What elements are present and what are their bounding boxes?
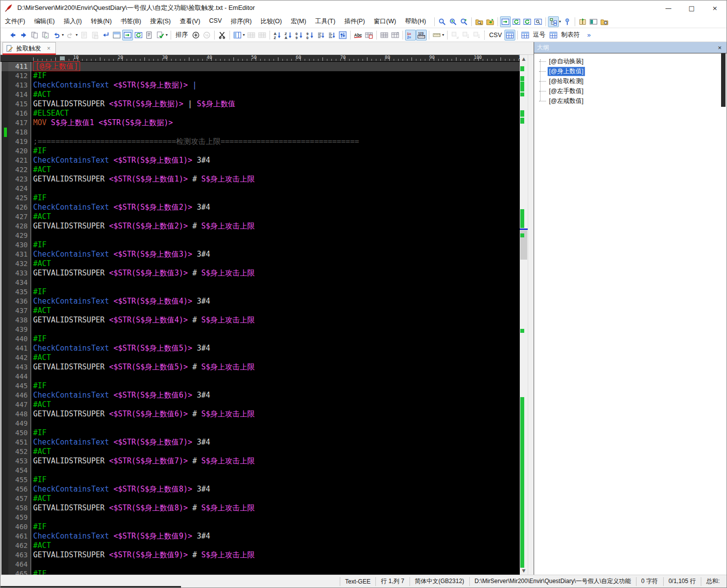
compare-icon[interactable] [29,30,40,41]
code-line-430[interactable]: 430#IF [0,240,520,250]
pin-icon[interactable] [562,16,573,27]
columns-icon[interactable] [232,30,243,41]
columns-icon-dropdown[interactable]: ▾ [243,33,245,37]
code-line-438[interactable]: 438GETVALIDSTRSUPER <$STR(S$身上数值4)> # S$… [0,316,520,325]
status-sum[interactable]: 总和: [701,577,727,586]
outline-toggle-icon[interactable] [548,16,559,27]
code-line-452[interactable]: 452#ACT [0,447,520,456]
line-number[interactable]: 453 [8,456,31,466]
comma-csv-icon[interactable] [520,30,531,41]
line-number[interactable]: 430 [8,240,31,250]
line-number[interactable]: 454 [8,466,31,475]
code-line-451[interactable]: 451CheckContainsText <$STR(S$身上数值7)> 3#4 [0,438,520,447]
newline-icon[interactable] [431,30,442,41]
menu-编辑(E)[interactable]: 编辑(E) [30,15,59,28]
menu-查看(V)[interactable]: 查看(V) [175,15,205,28]
line-number[interactable]: 419 [8,137,31,146]
undo-icon-dropdown[interactable]: ▾ [62,33,64,37]
code-line-459[interactable]: 459 [0,513,520,522]
code-line-432[interactable]: 432#ACT [0,259,520,269]
line-number[interactable]: 444 [8,372,31,381]
scroll-up-icon[interactable]: ▲ [520,55,528,63]
line-number[interactable]: 445 [8,381,31,391]
line-number[interactable]: 449 [8,419,31,428]
line-number[interactable]: 464 [8,560,31,569]
code-line-427[interactable]: 427#ACT [0,212,520,222]
loop-search-icon[interactable] [511,16,522,27]
find-in-files-icon[interactable] [448,16,458,27]
scissors-icon[interactable] [217,30,227,41]
line-number[interactable]: 459 [8,513,31,522]
validate-icon-dropdown[interactable]: ▾ [166,33,168,37]
code-line-450[interactable]: 450#IF [0,428,520,438]
menu-窗口(W)[interactable]: 窗口(W) [369,15,401,28]
tab-close-icon[interactable]: × [46,45,51,52]
search-folder-icon[interactable] [474,16,485,27]
overflow-chevron[interactable]: » [587,31,591,39]
close-button[interactable]: × [703,0,727,15]
forward-icon[interactable] [18,30,29,41]
code-line-447[interactable]: 447#ACT [0,400,520,409]
line-number[interactable]: 465 [8,569,31,575]
menu-排序(R)[interactable]: 排序(R) [227,15,256,28]
outline-item-[@左戒数值][interactable]: [@左戒数值] [534,96,727,106]
line-number[interactable]: 416 [8,109,31,118]
code-line-460[interactable]: 460#IF [0,522,520,532]
line-number[interactable]: 434 [8,278,31,287]
code-line-426[interactable]: 426CheckContainsText <$STR(S$身上数值2)> 3#4 [0,203,520,212]
code-line-419[interactable]: 419;===============================检测攻击上… [0,137,520,146]
panel-icon[interactable] [588,16,599,27]
spell-check-icon[interactable]: Abc [353,30,364,41]
code-line-457[interactable]: 457#ACT [0,494,520,503]
tab-label[interactable]: 制表符 [561,31,580,39]
insert-return-icon[interactable] [100,30,111,41]
line-number[interactable]: 428 [8,222,31,231]
menu-转换(N)[interactable]: 转换(N) [86,15,116,28]
paste-special-icon[interactable] [79,30,90,41]
code-line-414[interactable]: 414#ACT [0,90,520,99]
line-number[interactable]: 447 [8,400,31,409]
line-number[interactable]: 452 [8,447,31,456]
table-icon[interactable] [379,30,390,41]
code-line-456[interactable]: 456CheckContainsText <$STR(S$身上数值8)> 3#4 [0,485,520,494]
search-folder-arrow-icon[interactable] [485,16,496,27]
line-number[interactable]: 435 [8,287,31,297]
code-line-440[interactable]: 440#IF [0,334,520,344]
line-number[interactable]: 446 [8,391,31,400]
line-number[interactable]: 415 [8,99,31,109]
add-sort-icon[interactable] [190,30,201,41]
code-line-422[interactable]: 422#ACT [0,165,520,175]
line-number[interactable]: 458 [8,503,31,513]
split-window-icon[interactable] [111,30,122,41]
line-number[interactable]: 439 [8,325,31,334]
code-line-448[interactable]: 448GETVALIDSTRSUPER <$STR(S$身上数值6)> # S$… [0,409,520,419]
line-number[interactable]: 462 [8,541,31,550]
minimize-button[interactable]: — [657,0,680,15]
status-encoding[interactable]: 简体中文(GB2312) [409,577,469,586]
code-line-433[interactable]: 433GETVALIDSTRSUPER <$STR(S$身上数值3)> # S$… [0,269,520,278]
split-columns-icon[interactable] [246,30,257,41]
outline-item-[@自动换装][interactable]: [@自动换装] [534,56,727,66]
replace-in-files-icon[interactable] [458,16,469,27]
line-number[interactable]: 441 [8,344,31,353]
outline-close-icon[interactable]: × [716,44,724,51]
line-number[interactable]: 438 [8,316,31,325]
validate-icon[interactable] [155,30,166,41]
code-line-465[interactable]: 465#IF [0,569,520,575]
outline-toggle-icon-dropdown[interactable]: ▾ [559,19,561,24]
find-icon[interactable] [437,16,448,27]
sort-asc-icon[interactable] [316,30,326,41]
line-numbers-icon[interactable]: 1=2= [405,30,416,41]
code-line-453[interactable]: 453GETVALIDSTRSUPER <$STR(S$身上数值7)> # S$… [0,456,520,466]
code-line-442[interactable]: 442#ACT [0,353,520,362]
line-number[interactable]: 426 [8,203,31,212]
menu-插件(P)[interactable]: 插件(P) [340,15,369,28]
line-number[interactable]: 420 [8,146,31,156]
code-line-464[interactable]: 464 [0,560,520,569]
code-line-425[interactable]: 425#IF [0,193,520,203]
code-line-444[interactable]: 444 [0,372,520,381]
panel-splitter[interactable] [528,55,534,575]
wrap-search-icon[interactable] [500,16,511,27]
line-number[interactable]: 455 [8,475,31,485]
code-line-416[interactable]: 416#ELSEACT [0,109,520,118]
